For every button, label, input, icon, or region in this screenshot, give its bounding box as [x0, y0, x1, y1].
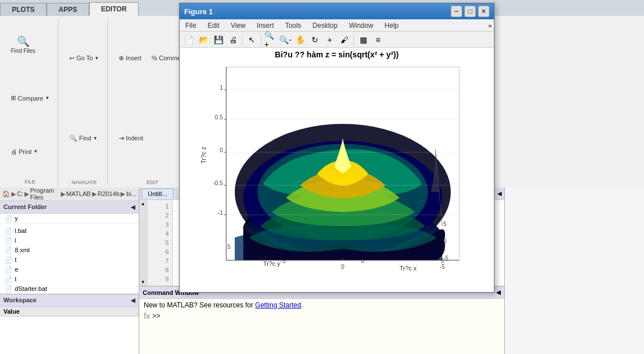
workspace-col-value: Value [0, 307, 139, 316]
plot-container: Bi?u ?? hàm z = sin(sqrt(x² + y²)) 1 0.5… [180, 48, 494, 292]
colorbar-button[interactable]: ▦ [356, 33, 370, 47]
command-window-collapse[interactable]: ◀ [496, 289, 501, 295]
go-to-icon: ↩ [69, 55, 74, 62]
hint-text: New to MATLAB? See resources for [144, 301, 255, 309]
file-icon: 📄 [5, 256, 13, 264]
find-files-icon: 🔍 [17, 35, 30, 48]
ribbon-group-file: 🔍 Find Files ⊞ Compare ▼ 🖨 Print ▼ FILE [5, 18, 59, 185]
figure-menu-file[interactable]: File [180, 20, 202, 31]
toolbar-sep-3 [354, 34, 354, 46]
svg-text:0: 0 [443, 238, 447, 244]
workspace-panel: Workspace ◀ Value [0, 294, 139, 355]
compare-button[interactable]: ⊞ Compare ▼ [7, 93, 53, 103]
breadcrumb-r2014b[interactable]: R2014b [98, 190, 120, 197]
editor-tab-untitled[interactable]: Untitl... [142, 189, 173, 198]
right-panel [505, 188, 644, 355]
command-window: Command Window ◀ New to MATLAB? See reso… [139, 286, 504, 354]
line-num-5: 5 [148, 239, 171, 248]
file-browser-title: Current Folder [3, 203, 47, 210]
zoom-out-button[interactable]: 🔍- [279, 33, 292, 47]
figure-menu-edit[interactable]: Edit [202, 20, 225, 31]
find-files-button[interactable]: 🔍 Find Files [7, 34, 39, 56]
file-icon: 📄 [5, 266, 13, 273]
figure-close-button[interactable]: × [478, 6, 489, 17]
brush-button[interactable]: 🖌 [338, 33, 351, 47]
svg-text:Tr?c z: Tr?c z [200, 146, 207, 164]
command-input[interactable] [163, 312, 500, 320]
figure-minimize-button[interactable]: − [451, 6, 462, 17]
command-window-content[interactable]: New to MATLAB? See resources for Getting… [139, 299, 504, 354]
figure-menu-tools[interactable]: Tools [280, 20, 307, 31]
list-item[interactable]: 📄t [0, 255, 139, 265]
figure-menu-arrow[interactable]: » [488, 22, 494, 29]
svg-text:-0.5: -0.5 [213, 180, 223, 186]
left-panel: 🏠 ▶ C: ▶ Program Files ▶ MATLAB ▶ R2014b… [0, 188, 139, 355]
figure-menu-desktop[interactable]: Desktop [307, 20, 343, 31]
zoom-in-button[interactable]: 🔍+ [264, 33, 277, 47]
figure-menu-window[interactable]: Window [343, 20, 379, 31]
insert-button[interactable]: ⊕ Insert [115, 53, 146, 64]
indent-button[interactable]: ⇥ Indent [115, 133, 147, 144]
svg-text:5: 5 [227, 244, 231, 250]
figure-menu-view[interactable]: View [225, 20, 251, 31]
find-button[interactable]: 🔍 Find ▼ [65, 133, 101, 144]
tab-plots[interactable]: PLOTS [0, 3, 47, 16]
go-to-dropdown-arrow: ▼ [94, 56, 99, 61]
print-dropdown-arrow: ▼ [34, 149, 38, 154]
list-item[interactable]: 📄y [0, 214, 139, 223]
print-figure-button[interactable]: 🖨 [226, 33, 240, 47]
svg-text:-1: -1 [218, 210, 223, 216]
breadcrumb-matlab[interactable]: MATLAB [67, 190, 91, 197]
list-item[interactable]: 📄dStarter.bat [0, 284, 139, 294]
figure-window-controls: − □ × [451, 6, 489, 17]
breadcrumb-c[interactable]: C: [17, 190, 23, 197]
line-numbers: 1 2 3 4 5 6 7 8 9 10 11 — 12 [147, 200, 173, 286]
select-tool-button[interactable]: ↖ [245, 33, 259, 47]
tab-apps[interactable]: APPS [47, 3, 89, 16]
list-item[interactable]: 📄l.bat [0, 226, 139, 236]
rotate3d-button[interactable]: ↻ [308, 33, 322, 47]
toolbar-sep-2 [261, 34, 261, 46]
figure-menu-help[interactable]: Help [379, 20, 405, 31]
scroll-down-icon[interactable]: ▼ [139, 280, 147, 286]
breadcrumb-program-files[interactable]: Program Files [30, 188, 60, 201]
print-icon: 🖨 [11, 148, 17, 155]
ribbon-row-nav-bot: 🔍 Find ▼ [65, 98, 103, 178]
scroll-up-icon[interactable]: ▲ [139, 200, 147, 206]
line-num-8: 8 [148, 266, 171, 275]
save-figure-button[interactable]: 💾 [211, 33, 225, 47]
ribbon-group-navigate: ↩ Go To ▼ 🔍 Find ▼ NAVIGATE [63, 18, 108, 185]
svg-text:5: 5 [443, 221, 447, 227]
figure-menu-insert[interactable]: Insert [251, 20, 280, 31]
getting-started-link[interactable]: Getting Started [255, 301, 301, 309]
print-button[interactable]: 🖨 Print ▼ [7, 147, 42, 157]
file-icon: 📄 [5, 215, 13, 222]
new-figure-button[interactable]: 📄 [182, 33, 196, 47]
list-item[interactable]: 📄e [0, 265, 139, 274]
figure-maximize-button[interactable]: □ [464, 6, 476, 17]
tab-editor[interactable]: EDITOR [89, 2, 139, 16]
svg-text:-5: -5 [439, 264, 444, 270]
workspace-collapse[interactable]: ◀ [131, 297, 135, 303]
open-figure-button[interactable]: 📂 [197, 33, 210, 47]
fx-symbol: fx [144, 311, 150, 320]
insert-icon: ⊕ [119, 55, 124, 62]
svg-text:1: 1 [219, 85, 223, 91]
pan-button[interactable]: ✋ [293, 33, 307, 47]
file-icon: 📄 [5, 227, 13, 235]
toolbar-sep-1 [242, 34, 243, 46]
go-to-button[interactable]: ↩ Go To ▼ [65, 53, 103, 64]
breadcrumb-bi[interactable]: bi... [126, 190, 136, 197]
data-cursor-button[interactable]: + [323, 33, 336, 47]
line-num-1: 1 [148, 202, 171, 211]
editor-collapse[interactable]: ◀ [497, 190, 502, 197]
file-icon: 📄 [5, 285, 13, 293]
legend-button[interactable]: ≡ [371, 33, 385, 47]
compare-dropdown-arrow: ▼ [45, 95, 49, 101]
list-item[interactable]: 📄t [0, 274, 139, 284]
file-browser-collapse[interactable]: ◀ [131, 204, 135, 210]
figure-window: Figure 1 − □ × File Edit View Insert Too… [179, 3, 495, 293]
list-item[interactable]: 📄l [0, 236, 139, 245]
list-item[interactable]: 📄8.xml [0, 245, 139, 255]
figure-menu-bar: File Edit View Insert Tools Desktop Wind… [180, 19, 494, 32]
